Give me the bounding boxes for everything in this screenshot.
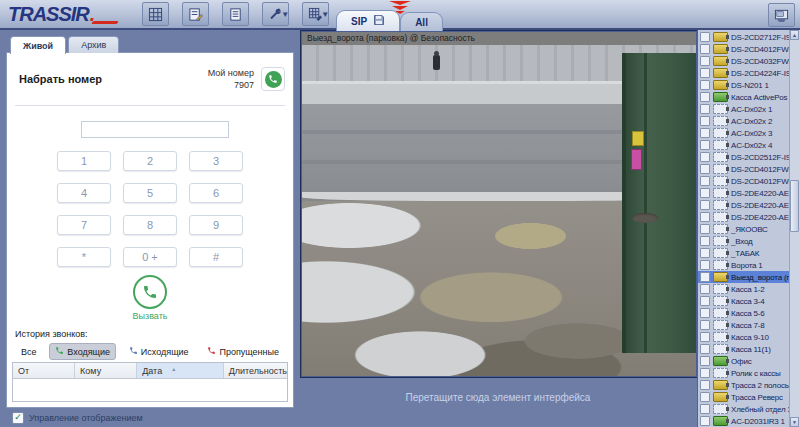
tree-item[interactable]: DS-2CD4012FWD-A 2 [698,175,790,187]
monitor-display-icon[interactable] [768,3,795,27]
tree-item[interactable]: AC-Dx02x 1 [698,103,790,115]
tree-expand-icon[interactable] [700,164,710,174]
scroll-up-icon[interactable]: ▲ [790,30,799,40]
call-button[interactable]: Вызвать [7,275,293,321]
tree-expand-icon[interactable] [700,236,710,246]
event-log-icon[interactable] [222,2,249,26]
scroll-down-icon[interactable]: ▼ [790,417,799,427]
tree-expand-icon[interactable] [700,68,710,78]
dialpad-key-7[interactable]: 7 [57,215,111,235]
scroll-thumb[interactable] [790,180,799,232]
tree-item[interactable]: DS-2CD4032FWD-A 1 [698,55,790,67]
tree-expand-icon[interactable] [700,368,710,378]
tree-item[interactable]: Касса 11(1) [698,343,790,355]
tree-item[interactable]: DS-2CD4012FWD-A 1 [698,163,790,175]
dropdown-arrow-icon[interactable]: ▼ [281,10,289,19]
camera-video-tile[interactable]: Выезд_ворота (парковка) @ Безопасность [300,30,698,378]
tree-expand-icon[interactable] [700,92,710,102]
tree-expand-icon[interactable] [700,44,710,54]
tree-expand-icon[interactable] [700,260,710,270]
tree-item[interactable]: DS-2CD4224F-IS 1 1 [698,67,790,79]
tree-expand-icon[interactable] [700,272,710,282]
dialpad-key-8[interactable]: 8 [123,215,177,235]
tree-expand-icon[interactable] [700,200,710,210]
dialpad-key-9[interactable]: 9 [189,215,243,235]
tree-item[interactable]: Выезд_ворота (парко [698,271,790,283]
column-header-Длительность[interactable]: Длительность [224,363,287,378]
filter-all[interactable]: Все [15,344,43,360]
tree-item[interactable]: Касса 5-6 [698,307,790,319]
tree-expand-icon[interactable] [700,380,710,390]
layout-grid-icon[interactable] [142,2,169,26]
dropdown-arrow-icon[interactable]: ▼ [321,10,329,19]
tree-expand-icon[interactable] [700,344,710,354]
tree-expand-icon[interactable] [700,320,710,330]
number-input[interactable] [81,121,229,138]
tree-item[interactable]: Касса 3-4 [698,295,790,307]
tree-expand-icon[interactable] [700,416,710,426]
dialpad-key-3[interactable]: 3 [189,151,243,171]
tree-expand-icon[interactable] [700,404,710,414]
column-header-От[interactable]: От [13,363,75,378]
tree-item[interactable]: Ворота 1 [698,259,790,271]
filter-outgoing[interactable]: Исходящие [123,343,195,360]
tree-scrollbar[interactable]: ▲ ▼ [789,30,800,427]
my-number-phone-button[interactable] [261,67,285,91]
dialpad-key-6[interactable]: 6 [189,183,243,203]
sip-tab-live[interactable]: Живой [10,36,66,54]
dialpad-key-0[interactable]: 0 + [123,247,177,267]
tree-item[interactable]: DS-2DE4220-AE 123 [698,211,790,223]
tree-item[interactable]: _ЯКООВС [698,223,790,235]
tree-item[interactable]: DS-2CD2512F-IS 1 [698,151,790,163]
tree-item[interactable]: DS-2DE4220-AE 2 [698,199,790,211]
tree-item[interactable]: DS-2DE4220-AE 1 [698,187,790,199]
tree-item[interactable]: Трасса 2 полосы [698,379,790,391]
dialpad-key-star[interactable]: * [57,247,111,267]
tree-expand-icon[interactable] [700,80,710,90]
dialpad-key-5[interactable]: 5 [123,183,177,203]
tree-expand-icon[interactable] [700,284,710,294]
tree-expand-icon[interactable] [700,212,710,222]
tree-expand-icon[interactable] [700,356,710,366]
tree-expand-icon[interactable] [700,332,710,342]
tree-item[interactable]: Касса 7-8 [698,319,790,331]
tree-expand-icon[interactable] [700,128,710,138]
tree-item[interactable]: Ролик с кассы [698,367,790,379]
dialpad-key-hash[interactable]: # [189,247,243,267]
tree-item[interactable]: AC-D2031IR3 1 [698,415,790,427]
tab-all[interactable]: All [400,12,443,31]
tree-item[interactable]: Касса ActivePos [698,91,790,103]
tree-item[interactable]: Трасса Реверс [698,391,790,403]
tree-item[interactable]: AC-Dx02x 3 [698,127,790,139]
tree-item[interactable]: DS-N201 1 [698,79,790,91]
tree-expand-icon[interactable] [700,152,710,162]
tree-expand-icon[interactable] [700,248,710,258]
tree-item[interactable]: Офис [698,355,790,367]
filter-missed[interactable]: Пропущенные [201,343,285,360]
tree-expand-icon[interactable] [700,32,710,42]
tree-expand-icon[interactable] [700,104,710,114]
tree-item[interactable]: Хлебный отдел 3 [698,403,790,415]
tree-item[interactable]: DS-2CD4012FWD-A 1 [698,43,790,55]
tree-expand-icon[interactable] [700,224,710,234]
tree-expand-icon[interactable] [700,392,710,402]
tree-item[interactable]: DS-2CD2712F-IS 1 [698,31,790,43]
tree-expand-icon[interactable] [700,188,710,198]
tree-item[interactable]: AC-Dx02x 4 [698,139,790,151]
column-header-Дата[interactable]: Дата▴ [137,363,223,378]
dialpad-key-4[interactable]: 4 [57,183,111,203]
tree-item[interactable]: AC-Dx02x 2 [698,115,790,127]
tree-item[interactable]: Касса 1-2 [698,283,790,295]
tree-expand-icon[interactable] [700,56,710,66]
tree-expand-icon[interactable] [700,308,710,318]
tree-expand-icon[interactable] [700,176,710,186]
tree-item[interactable]: Касса 9-10 [698,331,790,343]
tree-item[interactable]: _ТАБАК [698,247,790,259]
tab-sip[interactable]: SIP [336,10,400,31]
sip-tab-archive[interactable]: Архив [68,36,119,53]
dialpad-key-1[interactable]: 1 [57,151,111,171]
tree-item[interactable]: _Вход [698,235,790,247]
dialpad-key-2[interactable]: 2 [123,151,177,171]
column-header-Кому[interactable]: Кому [75,363,137,378]
notepad-edit-icon[interactable] [182,2,209,26]
